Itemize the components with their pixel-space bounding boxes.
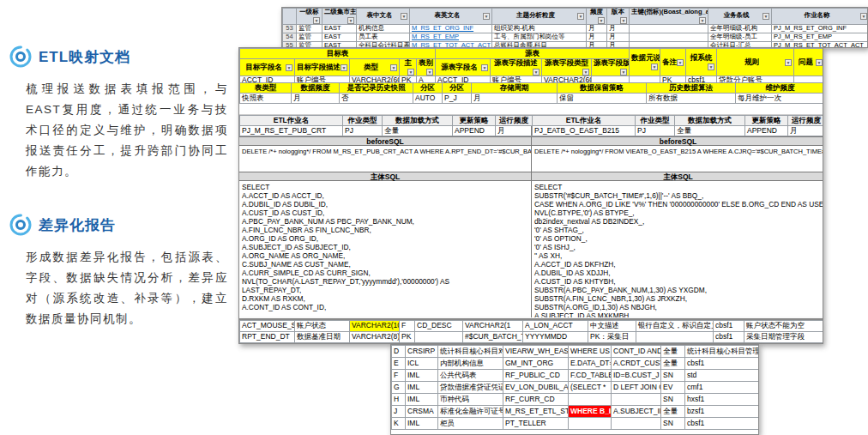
cell[interactable]: 柜员 bbox=[438, 418, 503, 430]
cell[interactable]: YYYYMMDD bbox=[523, 332, 588, 343]
cell[interactable]: VARCHAR2(1000) bbox=[350, 321, 400, 332]
filter-dropdown-icon[interactable]: ▼ bbox=[699, 17, 706, 24]
cell[interactable]: VIEARW_WH_EAST_B2 bbox=[503, 346, 569, 358]
filter-dropdown-icon[interactable]: ▼ bbox=[401, 13, 407, 20]
cell[interactable]: WHERE US bbox=[569, 346, 612, 358]
cell[interactable]: PT_TELLER bbox=[503, 418, 569, 430]
filter-dropdown-icon[interactable]: ▼ bbox=[785, 59, 792, 66]
cell[interactable]: 数据加载方式 bbox=[675, 116, 745, 126]
cell[interactable]: 源表字段名▼ bbox=[436, 59, 491, 76]
cell[interactable]: 币种代码 bbox=[438, 394, 503, 406]
cell[interactable]: PJ_M_RS_ET_PUB_CRT bbox=[240, 126, 343, 136]
cell[interactable]: 全量 bbox=[661, 358, 685, 370]
cell[interactable] bbox=[415, 332, 463, 343]
filter-dropdown-icon[interactable]: ▼ bbox=[816, 59, 823, 66]
cell[interactable]: 目标字段名▼ bbox=[240, 59, 295, 76]
cell[interactable] bbox=[569, 418, 612, 430]
cell[interactable]: SN bbox=[661, 370, 685, 382]
cell[interactable]: G bbox=[392, 382, 406, 394]
cell[interactable]: 54 bbox=[283, 33, 297, 41]
cell[interactable]: VARCHAR2(60) bbox=[542, 76, 592, 82]
cell[interactable]: 版本▼ bbox=[607, 9, 630, 25]
filter-dropdown-icon[interactable]: ▼ bbox=[577, 13, 584, 20]
cell[interactable]: APPEND bbox=[453, 126, 496, 136]
cell[interactable]: 主键(指标)(Boast_along_all)▼ bbox=[630, 9, 708, 25]
cell[interactable]: 账户状态 bbox=[295, 321, 350, 332]
cell[interactable]: EV bbox=[661, 382, 685, 394]
cell[interactable]: VARCHAR2(60) bbox=[350, 76, 400, 82]
cell[interactable]: 频度▼ bbox=[587, 9, 607, 25]
cell[interactable]: cbsf1 bbox=[714, 321, 744, 332]
cell[interactable]: 内部机构信息 bbox=[438, 358, 503, 370]
cell[interactable]: 工号、所属部门和岗位等 bbox=[492, 33, 587, 41]
cell[interactable]: A.CRDT_CUST_ bbox=[612, 358, 661, 370]
cell[interactable]: E.DATA_DT=1 bbox=[569, 358, 612, 370]
cell[interactable]: 报系统▼ bbox=[686, 49, 717, 76]
cell[interactable]: 全量 bbox=[675, 126, 745, 136]
cell[interactable]: 更新策略 bbox=[453, 116, 496, 126]
cell[interactable]: 目标字段描述▼ bbox=[295, 59, 350, 76]
cell[interactable]: 源表字段版本▼ bbox=[592, 59, 630, 76]
cell[interactable]: 否 bbox=[340, 94, 413, 104]
cell[interactable]: PJ_EATB_O_EAST_B215 bbox=[533, 126, 636, 136]
filter-dropdown-icon[interactable]: ▼ bbox=[763, 13, 769, 20]
cell[interactable] bbox=[630, 33, 708, 41]
cell[interactable]: PJ bbox=[343, 126, 383, 136]
cell[interactable]: F bbox=[400, 321, 415, 332]
filter-dropdown-icon[interactable]: ▼ bbox=[286, 64, 292, 71]
cell[interactable]: 账户状态不能为空 bbox=[744, 321, 824, 332]
cell[interactable]: SN bbox=[661, 394, 685, 406]
cell[interactable]: 账户编号 bbox=[295, 76, 350, 82]
filter-dropdown-icon[interactable]: ▼ bbox=[341, 64, 347, 71]
cell[interactable]: A.SUBJECT_ID bbox=[612, 406, 661, 418]
cell[interactable]: 中文描述 bbox=[588, 321, 636, 332]
filter-dropdown-icon[interactable]: ▼ bbox=[860, 13, 867, 20]
cell[interactable]: D bbox=[392, 346, 406, 358]
cell[interactable]: 全量 bbox=[383, 126, 453, 136]
cell[interactable]: H bbox=[392, 394, 406, 406]
filter-dropdown-icon[interactable]: ▼ bbox=[390, 64, 397, 71]
cell[interactable]: 表类型 bbox=[240, 83, 292, 94]
cell[interactable]: 分区 bbox=[413, 83, 443, 94]
cell[interactable]: 主▼ bbox=[400, 59, 417, 76]
cell[interactable]: cbsf1 bbox=[685, 358, 760, 370]
cell[interactable] bbox=[636, 332, 714, 343]
cell[interactable]: 表英文名▼ bbox=[410, 9, 492, 25]
cell[interactable]: 问题▼ bbox=[794, 49, 823, 76]
cell[interactable]: 全量 bbox=[661, 346, 685, 358]
cell[interactable]: PJ_M_RS_ET_EMP bbox=[772, 33, 868, 41]
cell[interactable]: ID=B.CUST_J bbox=[612, 370, 661, 382]
cell[interactable]: 月 bbox=[496, 126, 533, 136]
filter-dropdown-icon[interactable]: ▼ bbox=[426, 69, 433, 76]
cell[interactable] bbox=[283, 9, 297, 25]
cell[interactable]: 作业类型 bbox=[343, 116, 383, 126]
cell[interactable]: 公共代码表 bbox=[438, 370, 503, 382]
filter-dropdown-icon[interactable]: ▼ bbox=[313, 17, 320, 24]
cell[interactable]: EAST bbox=[322, 24, 357, 33]
cell[interactable]: RF_CURR_CD bbox=[503, 394, 569, 406]
cell[interactable]: 分区 bbox=[443, 83, 472, 94]
cell[interactable]: 月 bbox=[587, 24, 607, 33]
cell[interactable]: hxsf1 bbox=[685, 394, 760, 406]
cell[interactable]: 机构信息 bbox=[357, 24, 410, 33]
cell[interactable]: 月 bbox=[788, 126, 824, 136]
cell[interactable]: M_RS_ET_ORG_INF bbox=[410, 24, 492, 33]
cell[interactable]: 数据元说明▼ bbox=[630, 49, 660, 76]
cell[interactable]: cbsf1 bbox=[686, 76, 717, 82]
cell[interactable]: cbsf1 bbox=[685, 418, 760, 430]
cell[interactable]: D LEFT JOIN C bbox=[612, 382, 661, 394]
cell[interactable]: 员工表 bbox=[357, 33, 410, 41]
cell[interactable]: PJ_M_RS_ET_ORG_INF bbox=[772, 24, 868, 33]
cell[interactable]: APPEND bbox=[745, 126, 788, 136]
cell[interactable]: std bbox=[685, 370, 760, 382]
cell[interactable]: ACCT_ID bbox=[240, 76, 295, 82]
cell[interactable]: 监管 bbox=[297, 24, 322, 33]
cell[interactable]: CRSIRP bbox=[406, 346, 438, 358]
cell[interactable]: 目标表 bbox=[240, 49, 436, 59]
cell[interactable]: VARCHAR2(1 bbox=[463, 321, 523, 332]
cell[interactable]: 运行频度 bbox=[496, 116, 533, 126]
before-sql-right-cell[interactable]: DELETE /*+ nologging*/ FROM VIEATB_O_EAS… bbox=[532, 146, 823, 172]
cell[interactable]: 业务条线▼ bbox=[708, 9, 772, 25]
cell[interactable]: CONT_ID AND bbox=[612, 346, 661, 358]
filter-dropdown-icon[interactable]: ▼ bbox=[483, 13, 490, 20]
